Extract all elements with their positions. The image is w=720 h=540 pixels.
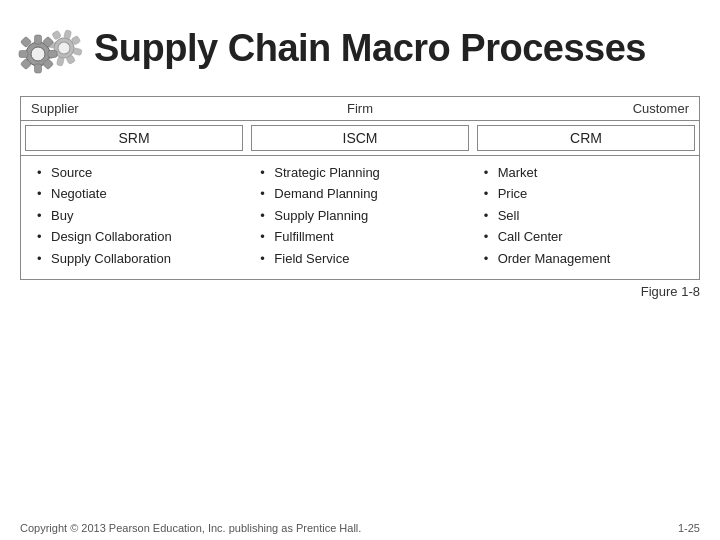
list-item: Negotiate	[37, 183, 240, 204]
supplier-label: Supplier	[31, 101, 250, 116]
svg-rect-14	[19, 51, 28, 58]
list-item: Call Center	[484, 226, 687, 247]
crm-list: Market Price Sell Call Center Order Mana…	[480, 162, 687, 269]
svg-rect-12	[35, 35, 42, 44]
svg-rect-15	[48, 51, 57, 58]
content-columns: Source Negotiate Buy Design Collaboratio…	[21, 156, 699, 279]
diagram-container: Supplier Firm Customer SRM ISCM CRM Sour…	[20, 96, 700, 280]
page-header: Supply Chain Macro Processes	[0, 0, 720, 92]
crm-column: Market Price Sell Call Center Order Mana…	[472, 162, 695, 269]
svg-rect-5	[73, 48, 82, 56]
list-item: Price	[484, 183, 687, 204]
figure-label: Figure 1-8	[641, 284, 700, 299]
crm-box: CRM	[477, 125, 695, 151]
list-item: Buy	[37, 205, 240, 226]
figure-caption: Figure 1-8	[0, 280, 720, 301]
page-title: Supply Chain Macro Processes	[94, 27, 646, 70]
iscm-list: Strategic Planning Demand Planning Suppl…	[256, 162, 463, 269]
list-item: Source	[37, 162, 240, 183]
srm-column: Source Negotiate Buy Design Collaboratio…	[25, 162, 248, 269]
list-item: Supply Collaboration	[37, 248, 240, 269]
list-item: Market	[484, 162, 687, 183]
svg-point-11	[31, 47, 45, 61]
copyright-text: Copyright © 2013 Pearson Education, Inc.…	[20, 522, 361, 534]
list-item: Order Management	[484, 248, 687, 269]
list-item: Sell	[484, 205, 687, 226]
iscm-box: ISCM	[251, 125, 469, 151]
svg-rect-2	[64, 30, 72, 39]
page-number: 1-25	[678, 522, 700, 534]
entity-labels: Supplier Firm Customer	[21, 97, 699, 120]
srm-list: Source Negotiate Buy Design Collaboratio…	[33, 162, 240, 269]
srm-box: SRM	[25, 125, 243, 151]
list-item: Supply Planning	[260, 205, 463, 226]
list-item: Demand Planning	[260, 183, 463, 204]
customer-label: Customer	[470, 101, 689, 116]
gear-icon	[14, 12, 86, 84]
svg-rect-3	[56, 57, 64, 66]
iscm-column: Strategic Planning Demand Planning Suppl…	[248, 162, 471, 269]
list-item: Design Collaboration	[37, 226, 240, 247]
list-item: Fulfillment	[260, 226, 463, 247]
svg-rect-13	[35, 64, 42, 73]
list-item: Field Service	[260, 248, 463, 269]
process-boxes: SRM ISCM CRM	[21, 120, 699, 156]
list-item: Strategic Planning	[260, 162, 463, 183]
firm-label: Firm	[250, 101, 469, 116]
page-footer: Copyright © 2013 Pearson Education, Inc.…	[0, 522, 720, 534]
